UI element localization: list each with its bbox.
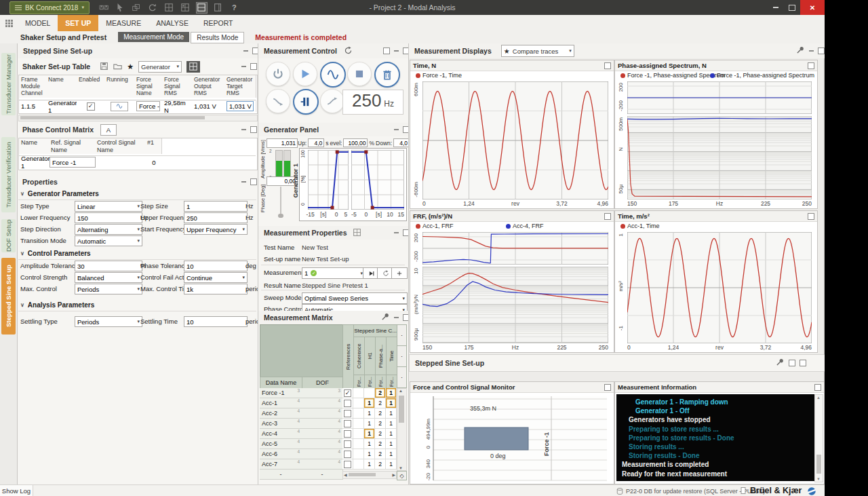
pin-icon[interactable] bbox=[809, 50, 814, 52]
select-pointer-icon[interactable] bbox=[115, 3, 125, 13]
settling-type-select[interactable]: Periods▾ bbox=[75, 316, 142, 327]
phase-cell[interactable]: 2 bbox=[375, 449, 386, 459]
time-cell[interactable]: 1 bbox=[386, 439, 397, 449]
row-name-cell[interactable]: Acc-14 bbox=[260, 398, 302, 408]
shaker-hscrollbar[interactable] bbox=[18, 115, 258, 121]
reference-checkbox[interactable] bbox=[344, 440, 351, 448]
ramp-down-button[interactable] bbox=[266, 89, 290, 113]
row-dof-cell[interactable]: 3 bbox=[302, 388, 343, 398]
settings-icon[interactable]: ◇ bbox=[397, 471, 407, 480]
references-cell[interactable] bbox=[342, 419, 353, 429]
row-name-cell[interactable]: Force -13 bbox=[260, 388, 302, 398]
maximize-icon[interactable] bbox=[818, 47, 825, 54]
max-control-select[interactable]: Periods▾ bbox=[75, 284, 142, 294]
section-generator-parameters[interactable]: ∨Generator Parameters bbox=[20, 190, 99, 197]
h1-cell[interactable]: 1 bbox=[364, 459, 375, 470]
time-cell[interactable]: 1 bbox=[386, 398, 397, 408]
matrix-vscrollbar[interactable]: ▲▼ bbox=[397, 388, 407, 471]
sweep-mode-select[interactable]: Optimal Sweep Series▾ bbox=[302, 292, 408, 304]
mode-button-results-mode[interactable]: Results Mode bbox=[191, 32, 244, 43]
wrench-icon[interactable] bbox=[796, 46, 805, 56]
pin-icon[interactable] bbox=[394, 232, 399, 233]
float-icon[interactable] bbox=[789, 360, 795, 366]
app-menu-button[interactable]: BK Connect 2018 ▾ bbox=[9, 1, 90, 14]
matrix-view-icon[interactable] bbox=[186, 61, 200, 73]
h1-cell[interactable]: 1 bbox=[364, 419, 375, 429]
references-cell[interactable] bbox=[342, 449, 353, 459]
favorite-star-icon[interactable]: ★ bbox=[127, 62, 134, 71]
minimize-button[interactable] bbox=[768, 0, 784, 15]
reference-checkbox[interactable]: ✓ bbox=[344, 389, 351, 397]
references-cell[interactable] bbox=[342, 408, 353, 419]
display-view-icon[interactable] bbox=[180, 3, 191, 13]
time-cell[interactable]: 1 bbox=[386, 408, 397, 419]
time-cell[interactable]: 1 bbox=[386, 429, 397, 439]
coherence-cell[interactable] bbox=[353, 408, 364, 419]
time-cell[interactable]: 1 bbox=[386, 388, 397, 398]
max-control-time-input[interactable]: 1k bbox=[184, 284, 248, 294]
column-header-coherence[interactable]: Coherence bbox=[353, 337, 365, 375]
reference-checkbox[interactable] bbox=[344, 410, 351, 417]
row-name-cell[interactable]: Acc-34 bbox=[260, 419, 302, 429]
references-cell[interactable] bbox=[342, 398, 353, 408]
row-dof-cell[interactable]: 4 bbox=[302, 398, 343, 408]
phase-cell[interactable]: 2 bbox=[375, 419, 386, 429]
row-name-cell[interactable]: Acc-74 bbox=[260, 459, 302, 470]
column-header-time[interactable]: Time bbox=[386, 337, 397, 375]
coherence-cell[interactable] bbox=[353, 449, 364, 459]
maximize-icon[interactable] bbox=[814, 384, 821, 391]
restore-button[interactable] bbox=[784, 0, 800, 15]
maximize-icon[interactable] bbox=[604, 384, 611, 391]
save-icon[interactable] bbox=[99, 3, 109, 13]
close-button[interactable]: ✕ bbox=[800, 0, 825, 15]
phase-cell[interactable]: 2 bbox=[375, 439, 386, 449]
h1-cell[interactable]: 1 bbox=[364, 449, 375, 459]
phase-cell[interactable]: 2 bbox=[375, 398, 386, 408]
pin-icon[interactable] bbox=[394, 317, 399, 318]
matrix-view-icon[interactable] bbox=[164, 3, 174, 13]
pin-icon[interactable] bbox=[241, 181, 246, 183]
reference-checkbox[interactable] bbox=[344, 461, 351, 468]
tab-set-up[interactable]: SET UP bbox=[58, 15, 98, 31]
phase-cell[interactable]: 2 bbox=[375, 459, 386, 470]
phase-mode-button[interactable]: A bbox=[100, 124, 117, 136]
add-button[interactable] bbox=[391, 267, 408, 279]
reference-checkbox[interactable] bbox=[344, 451, 351, 458]
maximize-icon[interactable] bbox=[250, 63, 257, 70]
coherence-cell[interactable] bbox=[353, 388, 364, 398]
row-dof-cell[interactable]: 4 bbox=[302, 449, 343, 459]
maximize-icon[interactable] bbox=[250, 178, 257, 185]
float-icon[interactable] bbox=[383, 47, 390, 54]
row-dof-cell[interactable]: 4 bbox=[302, 419, 343, 429]
sidebar-tab-dof-setup[interactable]: DOF Setup bbox=[1, 219, 16, 252]
ramp-up-button[interactable] bbox=[320, 89, 344, 113]
references-cell[interactable] bbox=[342, 439, 353, 449]
help-icon[interactable]: ? bbox=[229, 3, 239, 13]
measurement-number-select[interactable]: 1✓▾ bbox=[302, 267, 366, 279]
row-dof-cell[interactable]: 4 bbox=[302, 408, 343, 419]
reference-checkbox[interactable] bbox=[344, 430, 351, 438]
control-fail-action-select[interactable]: Continue▾ bbox=[184, 272, 248, 283]
row-name-cell[interactable]: Acc-24 bbox=[260, 408, 302, 419]
panel-toggle-icon[interactable] bbox=[213, 3, 223, 13]
matrix-hscrollbar[interactable]: ◀▶ bbox=[342, 471, 397, 479]
tab-model[interactable]: MODEL bbox=[18, 15, 58, 31]
pin-icon[interactable] bbox=[394, 129, 399, 130]
maximize-icon[interactable] bbox=[808, 213, 814, 220]
section-analysis-parameters[interactable]: ∨Analysis Parameters bbox=[20, 301, 94, 309]
h1-cell[interactable] bbox=[364, 388, 375, 398]
step-type-select[interactable]: Linear▾ bbox=[75, 201, 142, 212]
pin-icon[interactable] bbox=[394, 50, 399, 52]
delete-button[interactable] bbox=[374, 62, 400, 88]
stepped-sine-bar[interactable]: Stepped Sine Set-up bbox=[409, 354, 825, 372]
tab-analyse[interactable]: ANALYSE bbox=[149, 15, 196, 31]
maximize-icon[interactable] bbox=[800, 360, 806, 366]
sidebar-tab-stepped-sine-set-up[interactable]: Stepped Sine Set up bbox=[1, 258, 16, 335]
reference-checkbox[interactable] bbox=[344, 400, 351, 407]
maximize-icon[interactable] bbox=[250, 126, 257, 133]
wrench-icon[interactable] bbox=[381, 313, 390, 323]
amplitude-value[interactable]: 1,031 bbox=[267, 138, 298, 148]
time-cell[interactable]: 1 bbox=[386, 419, 397, 429]
enabled-checkbox[interactable]: ✓ bbox=[87, 102, 95, 111]
time-cell[interactable]: 1 bbox=[386, 459, 397, 470]
